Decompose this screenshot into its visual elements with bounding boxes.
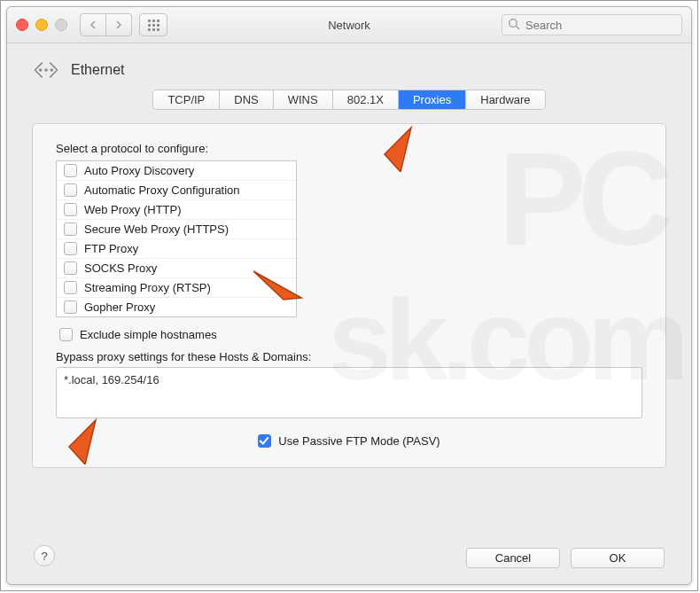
- search-input[interactable]: [502, 14, 682, 35]
- exclude-row[interactable]: Exclude simple hostnames: [59, 328, 642, 341]
- nav-back-forward: [80, 13, 132, 36]
- protocol-label: Gopher Proxy: [84, 300, 155, 314]
- tab-wins[interactable]: WINS: [274, 90, 333, 109]
- protocol-item[interactable]: FTP Proxy: [57, 238, 296, 258]
- protocol-label: FTP Proxy: [84, 242, 138, 255]
- protocol-label: Auto Proxy Discovery: [84, 164, 194, 177]
- minimize-icon[interactable]: [35, 19, 48, 31]
- protocol-checkbox[interactable]: [64, 242, 77, 255]
- chevron-left-icon: [89, 20, 97, 29]
- tab-dns[interactable]: DNS: [220, 90, 273, 109]
- search-icon: [508, 18, 520, 30]
- traffic-lights: [16, 19, 67, 31]
- protocol-label: SOCKS Proxy: [84, 261, 157, 275]
- pasv-checkbox[interactable]: [258, 434, 271, 448]
- protocol-checkbox[interactable]: [64, 222, 77, 236]
- tab-hardware[interactable]: Hardware: [466, 90, 544, 109]
- protocol-label: Streaming Proxy (RTSP): [84, 281, 211, 294]
- ethernet-icon: [32, 60, 60, 80]
- exclude-checkbox[interactable]: [59, 328, 73, 341]
- tab-tcpip[interactable]: TCP/IP: [153, 90, 220, 109]
- tab-8021x[interactable]: 802.1X: [333, 90, 399, 109]
- close-icon[interactable]: [16, 19, 28, 31]
- tab-proxies[interactable]: Proxies: [399, 90, 466, 109]
- forward-button[interactable]: [106, 13, 132, 36]
- network-window: Network Ethernet TCP/IPDNSWINS802.1XProx…: [6, 6, 692, 585]
- protocol-item[interactable]: Web Proxy (HTTP): [57, 199, 296, 219]
- pasv-label: Use Passive FTP Mode (PASV): [278, 434, 439, 448]
- svg-line-1: [517, 27, 520, 30]
- svg-point-2: [44, 68, 47, 71]
- cancel-button[interactable]: Cancel: [466, 548, 560, 568]
- proxies-panel: Select a protocol to configure: Auto Pro…: [32, 123, 666, 468]
- protocol-section-label: Select a protocol to configure:: [56, 142, 642, 155]
- protocol-label: Secure Web Proxy (HTTPS): [84, 222, 229, 236]
- protocol-item[interactable]: Auto Proxy Discovery: [57, 161, 296, 180]
- protocol-label: Automatic Proxy Configuration: [84, 183, 240, 197]
- exclude-label: Exclude simple hostnames: [80, 328, 217, 341]
- protocol-label: Web Proxy (HTTP): [84, 203, 182, 216]
- show-all-button[interactable]: [139, 13, 167, 36]
- titlebar: Network: [7, 7, 691, 43]
- dialog-buttons: Cancel OK: [466, 548, 665, 568]
- protocol-checkbox[interactable]: [64, 281, 77, 294]
- svg-point-3: [39, 68, 42, 71]
- protocol-list[interactable]: Auto Proxy DiscoveryAutomatic Proxy Conf…: [56, 160, 297, 317]
- zoom-icon[interactable]: [55, 19, 67, 31]
- protocol-checkbox[interactable]: [64, 300, 77, 314]
- help-button[interactable]: ?: [34, 545, 55, 566]
- protocol-item[interactable]: Gopher Proxy: [57, 297, 296, 316]
- interface-header: Ethernet: [7, 43, 691, 90]
- bypass-textarea[interactable]: *.local, 169.254/16: [56, 367, 642, 418]
- tab-bar: TCP/IPDNSWINS802.1XProxiesHardware: [7, 90, 691, 109]
- protocol-checkbox[interactable]: [64, 261, 77, 275]
- window-title: Network: [328, 19, 370, 32]
- svg-point-0: [509, 20, 517, 27]
- protocol-item[interactable]: Streaming Proxy (RTSP): [57, 277, 296, 297]
- grid-icon: [148, 20, 159, 31]
- back-button[interactable]: [80, 13, 106, 36]
- bypass-section-label: Bypass proxy settings for these Hosts & …: [56, 350, 642, 363]
- svg-point-4: [51, 68, 53, 71]
- chevron-right-icon: [115, 20, 122, 29]
- ok-button[interactable]: OK: [571, 548, 665, 568]
- protocol-item[interactable]: Automatic Proxy Configuration: [57, 180, 296, 199]
- protocol-item[interactable]: SOCKS Proxy: [57, 258, 296, 277]
- protocol-item[interactable]: Secure Web Proxy (HTTPS): [57, 219, 296, 238]
- search-field-wrap: [502, 14, 682, 35]
- protocol-checkbox[interactable]: [64, 164, 77, 177]
- window-body: Ethernet TCP/IPDNSWINS802.1XProxiesHardw…: [7, 43, 691, 584]
- protocol-checkbox[interactable]: [64, 203, 77, 216]
- interface-title: Ethernet: [71, 62, 124, 78]
- protocol-checkbox[interactable]: [64, 183, 77, 197]
- pasv-row[interactable]: Use Passive FTP Mode (PASV): [56, 434, 642, 448]
